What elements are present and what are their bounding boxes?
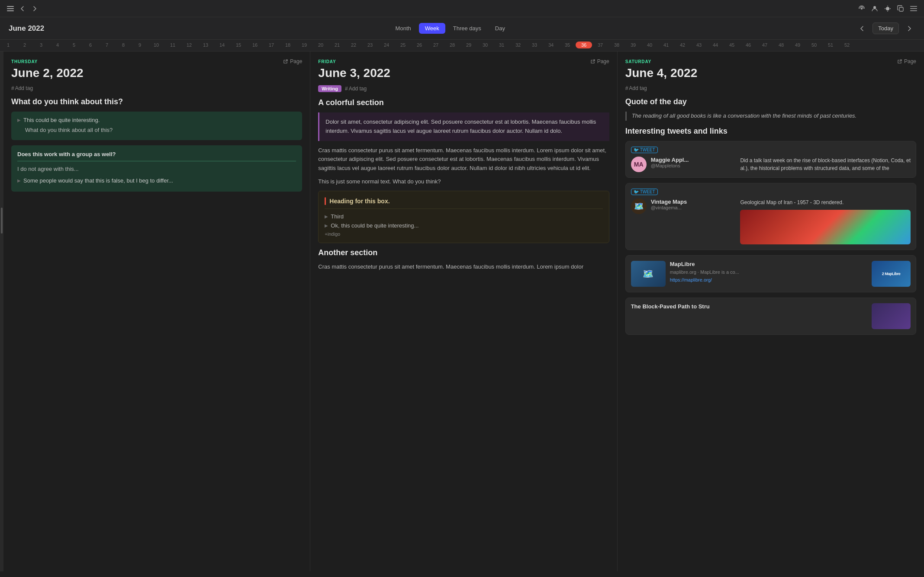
week-7[interactable]: 7 [99,42,115,48]
week-34[interactable]: 34 [543,42,559,48]
svg-rect-0 [7,6,14,7]
week-39[interactable]: 39 [625,42,641,48]
week-15[interactable]: 15 [230,42,247,48]
week-31[interactable]: 31 [493,42,510,48]
week-13[interactable]: 13 [197,42,214,48]
week-33[interactable]: 33 [526,42,543,48]
thursday-add-tag[interactable]: # Add tag [11,85,33,91]
week-46[interactable]: 46 [740,42,757,48]
tweet-2-right: Geological Map of Iran - 1957 - 3D rende… [740,199,911,244]
week-45[interactable]: 45 [724,42,740,48]
writing-tag-badge[interactable]: Writing [318,85,341,92]
maplibre-thumb: 🗺️ [631,261,666,287]
theme-icon[interactable] [884,5,891,12]
prev-arrow[interactable] [856,22,868,35]
week-40[interactable]: 40 [641,42,658,48]
thursday-page-link[interactable]: Page [283,58,302,64]
forward-button[interactable] [31,5,38,12]
olive-item-2[interactable]: ▶ Ok, this could be quite interesting... [325,222,602,229]
saturday-tags: # Add tag [625,85,916,91]
week-29[interactable]: 29 [460,42,477,48]
week-14[interactable]: 14 [214,42,230,48]
tweet-2-avatar: 🗺️ [631,199,647,214]
tweet-card-1[interactable]: 🐦 TWEET MA Maggie Appl... @Mappletons Di… [625,141,916,178]
week-6[interactable]: 6 [82,42,99,48]
friday-page-link[interactable]: Page [590,58,609,64]
week-18[interactable]: 18 [280,42,296,48]
side-scrollbar[interactable] [0,51,3,571]
week-11[interactable]: 11 [164,42,181,48]
week-2[interactable]: 2 [16,42,33,48]
week-43[interactable]: 43 [691,42,707,48]
copy-icon[interactable] [897,5,904,12]
week-1[interactable]: 1 [0,42,16,48]
tweet-card-2[interactable]: 🐦 TWEET 🗺️ Vintage Maps @vintagema... Ge… [625,183,916,250]
week-27[interactable]: 27 [428,42,444,48]
week-32[interactable]: 32 [510,42,526,48]
toggle-arrow-icon: ▶ [17,118,21,122]
week-4[interactable]: 4 [49,42,66,48]
week-52[interactable]: 52 [839,42,855,48]
main-content: THURSDAY Page June 2, 2022 # Add tag Wha… [0,51,924,571]
week-35[interactable]: 35 [559,42,576,48]
back-button[interactable] [19,5,26,12]
week-48[interactable]: 48 [773,42,789,48]
tab-week[interactable]: Week [419,23,445,34]
week-36-current[interactable]: 36 [576,42,592,48]
week-26[interactable]: 26 [411,42,428,48]
saturday-add-tag[interactable]: # Add tag [625,85,647,91]
thursday-toggle-2[interactable]: ▶ Some people would say that this is fal… [17,177,296,184]
today-button[interactable]: Today [872,22,899,34]
next-arrow[interactable] [903,22,915,35]
thursday-date: June 2, 2022 [11,66,302,80]
user-icon[interactable] [871,5,878,12]
week-41[interactable]: 41 [658,42,674,48]
week-12[interactable]: 12 [181,42,197,48]
week-8[interactable]: 8 [115,42,132,48]
overflow-menu-icon[interactable] [910,5,917,12]
week-51[interactable]: 51 [822,42,839,48]
thursday-toggle-1[interactable]: ▶ This could be quite interesting. [17,117,296,123]
broadcast-icon[interactable] [858,5,865,12]
maplibre-link-card[interactable]: 🗺️ MapLibre maplibre.org · MapLibre is a… [625,255,916,292]
week-21[interactable]: 21 [329,42,345,48]
week-19[interactable]: 19 [296,42,312,48]
week-25[interactable]: 25 [395,42,411,48]
friday-purple-text: Dolor sit amet, consectetur adipiscing e… [325,119,596,134]
saturday-page-link[interactable]: Page [897,58,916,64]
tab-day[interactable]: Day [489,23,511,34]
week-24[interactable]: 24 [378,42,395,48]
week-44[interactable]: 44 [707,42,724,48]
saturday-quote-text: The reading of all good books is like a … [625,112,916,121]
week-3[interactable]: 3 [33,42,49,48]
week-16[interactable]: 16 [247,42,263,48]
week-50[interactable]: 50 [806,42,822,48]
week-5[interactable]: 5 [66,42,82,48]
tab-three-days[interactable]: Three days [447,23,487,34]
friday-date: June 3, 2022 [318,66,609,80]
week-49[interactable]: 49 [789,42,806,48]
week-23[interactable]: 23 [362,42,378,48]
week-30[interactable]: 30 [477,42,493,48]
tweet-2-username: Vintage Maps [651,199,736,205]
block-paved-card[interactable]: The Block-Paved Path to Stru [625,298,916,335]
tab-month[interactable]: Month [390,23,417,34]
block-paved-content: The Block-Paved Path to Stru [631,303,867,329]
week-9[interactable]: 9 [132,42,148,48]
week-42[interactable]: 42 [674,42,691,48]
friday-add-tag[interactable]: # Add tag [345,86,367,92]
olive-item-1[interactable]: ▶ Third [325,213,602,220]
olive-tag[interactable]: +indigo [325,231,602,237]
thursday-callout2-body: I do not agree with this... [17,165,296,174]
friday-para3: Cras mattis consectetur purus sit amet f… [318,263,609,272]
week-17[interactable]: 17 [263,42,280,48]
maplibre-url[interactable]: https://maplibre.org/ [670,277,867,282]
menu-button[interactable] [7,5,14,12]
week-38[interactable]: 38 [608,42,625,48]
week-20[interactable]: 20 [312,42,329,48]
week-22[interactable]: 22 [345,42,362,48]
week-47[interactable]: 47 [757,42,773,48]
week-10[interactable]: 10 [148,42,164,48]
week-28[interactable]: 28 [444,42,460,48]
week-37[interactable]: 37 [592,42,608,48]
